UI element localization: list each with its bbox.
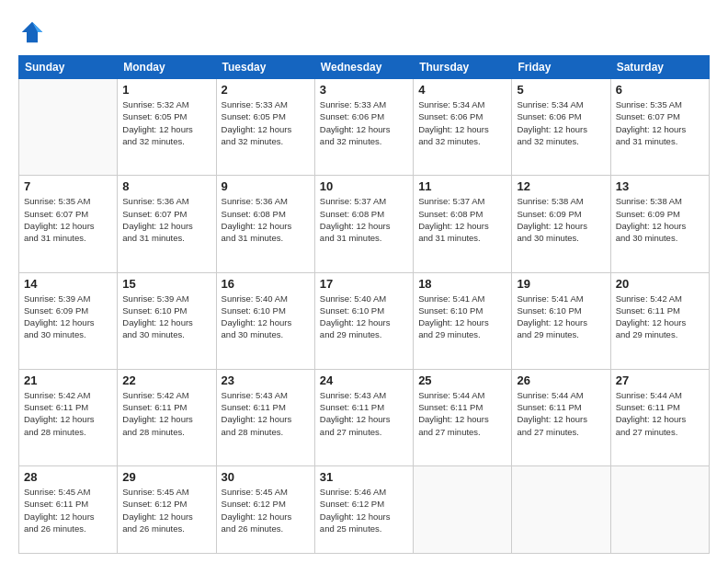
day-number: 12 (517, 179, 605, 193)
calendar-cell: 31Sunrise: 5:46 AM Sunset: 6:12 PM Dayli… (314, 466, 413, 554)
calendar-cell: 2Sunrise: 5:33 AM Sunset: 6:05 PM Daylig… (216, 79, 314, 176)
day-number: 4 (418, 83, 506, 97)
calendar-cell: 11Sunrise: 5:37 AM Sunset: 6:08 PM Dayli… (414, 176, 512, 272)
day-number: 22 (122, 373, 210, 387)
day-number: 20 (616, 277, 704, 291)
day-info: Sunrise: 5:38 AM Sunset: 6:09 PM Dayligh… (616, 195, 704, 244)
calendar-cell: 3Sunrise: 5:33 AM Sunset: 6:06 PM Daylig… (314, 79, 413, 176)
day-info: Sunrise: 5:33 AM Sunset: 6:06 PM Dayligh… (320, 98, 408, 147)
calendar-cell: 18Sunrise: 5:41 AM Sunset: 6:10 PM Dayli… (414, 272, 512, 369)
calendar-cell: 8Sunrise: 5:36 AM Sunset: 6:07 PM Daylig… (118, 176, 216, 272)
calendar-cell: 12Sunrise: 5:38 AM Sunset: 6:09 PM Dayli… (512, 176, 610, 272)
day-number: 23 (222, 373, 310, 387)
day-number: 9 (222, 179, 310, 193)
week-row-4: 21Sunrise: 5:42 AM Sunset: 6:11 PM Dayli… (19, 369, 710, 465)
day-info: Sunrise: 5:43 AM Sunset: 6:11 PM Dayligh… (320, 389, 408, 438)
day-number: 16 (222, 277, 310, 291)
calendar-cell: 23Sunrise: 5:43 AM Sunset: 6:11 PM Dayli… (216, 369, 314, 465)
calendar-cell: 17Sunrise: 5:40 AM Sunset: 6:10 PM Dayli… (314, 272, 413, 369)
day-info: Sunrise: 5:44 AM Sunset: 6:11 PM Dayligh… (616, 389, 704, 438)
calendar-cell: 30Sunrise: 5:45 AM Sunset: 6:12 PM Dayli… (216, 466, 314, 554)
day-number: 1 (122, 83, 210, 97)
day-info: Sunrise: 5:36 AM Sunset: 6:07 PM Dayligh… (122, 195, 210, 244)
day-info: Sunrise: 5:32 AM Sunset: 6:05 PM Dayligh… (122, 98, 210, 147)
day-number: 10 (320, 179, 408, 193)
calendar-cell: 13Sunrise: 5:38 AM Sunset: 6:09 PM Dayli… (610, 176, 709, 272)
week-row-5: 28Sunrise: 5:45 AM Sunset: 6:11 PM Dayli… (19, 466, 710, 554)
day-info: Sunrise: 5:45 AM Sunset: 6:12 PM Dayligh… (122, 486, 210, 534)
day-number: 5 (517, 83, 605, 97)
week-row-2: 7Sunrise: 5:35 AM Sunset: 6:07 PM Daylig… (19, 176, 710, 272)
day-number: 17 (320, 277, 408, 291)
day-number: 6 (616, 83, 704, 97)
day-info: Sunrise: 5:42 AM Sunset: 6:11 PM Dayligh… (122, 389, 210, 438)
day-number: 15 (122, 277, 210, 291)
day-info: Sunrise: 5:43 AM Sunset: 6:11 PM Dayligh… (222, 389, 310, 438)
calendar-cell: 4Sunrise: 5:34 AM Sunset: 6:06 PM Daylig… (414, 79, 512, 176)
day-number: 21 (24, 373, 112, 387)
day-info: Sunrise: 5:41 AM Sunset: 6:10 PM Dayligh… (517, 293, 605, 341)
day-number: 11 (418, 179, 506, 193)
day-header-saturday: Saturday (610, 56, 709, 79)
calendar-cell: 21Sunrise: 5:42 AM Sunset: 6:11 PM Dayli… (19, 369, 118, 465)
calendar-cell: 20Sunrise: 5:42 AM Sunset: 6:11 PM Dayli… (610, 272, 709, 369)
day-info: Sunrise: 5:38 AM Sunset: 6:09 PM Dayligh… (517, 195, 605, 244)
calendar-cell: 29Sunrise: 5:45 AM Sunset: 6:12 PM Dayli… (118, 466, 216, 554)
day-info: Sunrise: 5:44 AM Sunset: 6:11 PM Dayligh… (418, 389, 506, 438)
day-number: 25 (418, 373, 506, 387)
calendar-cell: 19Sunrise: 5:41 AM Sunset: 6:10 PM Dayli… (512, 272, 610, 369)
calendar-cell: 15Sunrise: 5:39 AM Sunset: 6:10 PM Dayli… (118, 272, 216, 369)
day-info: Sunrise: 5:40 AM Sunset: 6:10 PM Dayligh… (320, 293, 408, 341)
day-number: 31 (320, 470, 408, 484)
calendar-cell: 9Sunrise: 5:36 AM Sunset: 6:08 PM Daylig… (216, 176, 314, 272)
day-info: Sunrise: 5:36 AM Sunset: 6:08 PM Dayligh… (222, 195, 310, 244)
day-header-tuesday: Tuesday (216, 56, 314, 79)
day-info: Sunrise: 5:37 AM Sunset: 6:08 PM Dayligh… (418, 195, 506, 244)
week-row-1: 1Sunrise: 5:32 AM Sunset: 6:05 PM Daylig… (19, 79, 710, 176)
day-info: Sunrise: 5:42 AM Sunset: 6:11 PM Dayligh… (616, 293, 704, 341)
day-header-friday: Friday (512, 56, 610, 79)
day-number: 18 (418, 277, 506, 291)
day-number: 8 (122, 179, 210, 193)
day-number: 26 (517, 373, 605, 387)
day-number: 7 (24, 179, 112, 193)
calendar-table: SundayMondayTuesdayWednesdayThursdayFrid… (18, 55, 710, 554)
day-number: 30 (222, 470, 310, 484)
day-number: 28 (24, 470, 112, 484)
day-header-thursday: Thursday (414, 56, 512, 79)
calendar-cell: 10Sunrise: 5:37 AM Sunset: 6:08 PM Dayli… (314, 176, 413, 272)
day-info: Sunrise: 5:45 AM Sunset: 6:11 PM Dayligh… (24, 486, 112, 534)
calendar-cell: 22Sunrise: 5:42 AM Sunset: 6:11 PM Dayli… (118, 369, 216, 465)
logo (18, 18, 50, 46)
header-row: SundayMondayTuesdayWednesdayThursdayFrid… (19, 56, 710, 79)
calendar-cell (512, 466, 610, 554)
day-info: Sunrise: 5:45 AM Sunset: 6:12 PM Dayligh… (222, 486, 310, 534)
day-number: 24 (320, 373, 408, 387)
day-number: 19 (517, 277, 605, 291)
day-number: 27 (616, 373, 704, 387)
day-header-monday: Monday (118, 56, 216, 79)
day-info: Sunrise: 5:39 AM Sunset: 6:10 PM Dayligh… (122, 293, 210, 341)
day-info: Sunrise: 5:35 AM Sunset: 6:07 PM Dayligh… (24, 195, 112, 244)
day-number: 3 (320, 83, 408, 97)
calendar-cell: 26Sunrise: 5:44 AM Sunset: 6:11 PM Dayli… (512, 369, 610, 465)
day-info: Sunrise: 5:41 AM Sunset: 6:10 PM Dayligh… (418, 293, 506, 341)
week-row-3: 14Sunrise: 5:39 AM Sunset: 6:09 PM Dayli… (19, 272, 710, 369)
day-number: 29 (122, 470, 210, 484)
calendar-cell: 7Sunrise: 5:35 AM Sunset: 6:07 PM Daylig… (19, 176, 118, 272)
calendar-cell: 16Sunrise: 5:40 AM Sunset: 6:10 PM Dayli… (216, 272, 314, 369)
day-info: Sunrise: 5:40 AM Sunset: 6:10 PM Dayligh… (222, 293, 310, 341)
logo-icon (18, 18, 46, 46)
calendar-cell (414, 466, 512, 554)
day-header-wednesday: Wednesday (314, 56, 413, 79)
day-info: Sunrise: 5:42 AM Sunset: 6:11 PM Dayligh… (24, 389, 112, 438)
day-info: Sunrise: 5:34 AM Sunset: 6:06 PM Dayligh… (418, 98, 506, 147)
day-info: Sunrise: 5:33 AM Sunset: 6:05 PM Dayligh… (222, 98, 310, 147)
day-info: Sunrise: 5:37 AM Sunset: 6:08 PM Dayligh… (320, 195, 408, 244)
calendar-cell: 24Sunrise: 5:43 AM Sunset: 6:11 PM Dayli… (314, 369, 413, 465)
day-info: Sunrise: 5:44 AM Sunset: 6:11 PM Dayligh… (517, 389, 605, 438)
day-info: Sunrise: 5:34 AM Sunset: 6:06 PM Dayligh… (517, 98, 605, 147)
day-header-sunday: Sunday (19, 56, 118, 79)
calendar-cell: 5Sunrise: 5:34 AM Sunset: 6:06 PM Daylig… (512, 79, 610, 176)
calendar-cell: 25Sunrise: 5:44 AM Sunset: 6:11 PM Dayli… (414, 369, 512, 465)
